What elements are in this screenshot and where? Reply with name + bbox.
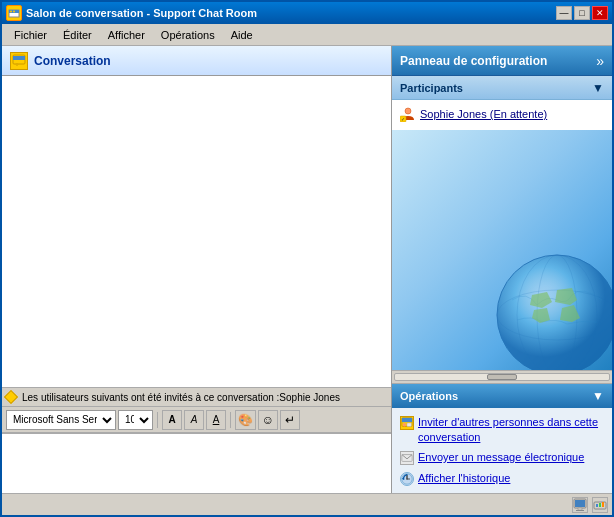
chat-area[interactable] <box>2 76 391 387</box>
svg-rect-24 <box>576 510 584 511</box>
message-input[interactable] <box>2 434 391 493</box>
bottom-status-bar <box>2 493 612 515</box>
main-content: Conversation Les utilisateurs suivants o… <box>2 46 612 493</box>
send-button[interactable]: ↵ <box>280 410 300 430</box>
left-panel: Conversation Les utilisateurs suivants o… <box>2 46 392 493</box>
menu-aide[interactable]: Aide <box>223 27 261 43</box>
underline-button[interactable]: A <box>206 410 226 430</box>
svg-rect-23 <box>578 508 582 510</box>
menu-afficher[interactable]: Afficher <box>100 27 153 43</box>
svg-rect-28 <box>602 502 604 507</box>
status-diamond-icon <box>4 390 18 404</box>
main-window: Salon de conversation - Support Chat Roo… <box>0 0 614 517</box>
font-select[interactable]: Microsoft Sans Serif <box>6 410 116 430</box>
invite-icon <box>400 416 414 430</box>
operations-title: Opérations <box>400 390 592 402</box>
operations-header: Opérations ▼ <box>392 384 612 408</box>
control-panel-header: Panneau de configuration » <box>392 46 612 76</box>
invite-operation-label: Inviter d'autres personnes dans cette co… <box>418 415 604 444</box>
globe-image <box>492 250 612 370</box>
operations-list: Inviter d'autres personnes dans cette co… <box>392 408 612 493</box>
maximize-button[interactable]: □ <box>574 6 590 20</box>
toolbar-separator-1 <box>157 412 158 428</box>
status-message: Les utilisateurs suivants ont été invité… <box>22 392 340 403</box>
email-icon <box>400 451 414 465</box>
participants-list: ✓ Sophie Jones (En attente) <box>392 100 612 130</box>
window-title: Salon de conversation - Support Chat Roo… <box>26 7 556 19</box>
window-controls: — □ ✕ <box>556 6 608 20</box>
svg-rect-17 <box>407 423 411 426</box>
svg-point-10 <box>497 255 612 370</box>
participant-avatar: ✓ <box>400 106 416 122</box>
participants-title: Participants <box>400 82 592 94</box>
italic-button[interactable]: A <box>184 410 204 430</box>
svg-rect-27 <box>599 503 601 507</box>
svg-point-7 <box>405 108 411 114</box>
scrollbar-track <box>394 373 610 381</box>
status-bar: Les utilisateurs suivants ont été invité… <box>2 387 391 407</box>
bold-button[interactable]: A <box>162 410 182 430</box>
operations-section: Opérations ▼ Inviter d'au <box>392 384 612 493</box>
network-status-icon <box>592 497 608 513</box>
participants-collapse-icon[interactable]: ▼ <box>592 81 604 95</box>
svg-marker-6 <box>16 64 18 66</box>
right-panel-scrollbar[interactable] <box>392 370 612 384</box>
list-item[interactable]: Envoyer un message électronique <box>396 447 608 468</box>
conversation-title: Conversation <box>34 54 111 68</box>
globe-area <box>392 130 612 370</box>
history-operation-label: Afficher l'historique <box>418 471 510 485</box>
monitor-status-icon <box>572 497 588 513</box>
emoticon-button[interactable]: ☺ <box>258 410 278 430</box>
menu-fichier[interactable]: Fichier <box>6 27 55 43</box>
svg-text:✓: ✓ <box>401 116 405 122</box>
right-panel: Panneau de configuration » Participants … <box>392 46 612 493</box>
control-panel-title: Panneau de configuration <box>400 54 596 68</box>
input-area[interactable] <box>2 433 391 493</box>
operations-collapse-icon[interactable]: ▼ <box>592 389 604 403</box>
menu-operations[interactable]: Opérations <box>153 27 223 43</box>
svg-point-3 <box>13 11 15 13</box>
formatting-toolbar: Microsoft Sans Serif 10 A A A 🎨 ☺ ↵ <box>2 407 391 433</box>
menu-editer[interactable]: Éditer <box>55 27 100 43</box>
history-icon <box>400 472 414 486</box>
svg-point-16 <box>403 423 406 426</box>
control-panel-collapse[interactable]: » <box>596 53 604 69</box>
window-icon <box>6 5 22 21</box>
scrollbar-thumb[interactable] <box>487 374 517 380</box>
list-item[interactable]: Inviter d'autres personnes dans cette co… <box>396 412 608 447</box>
svg-rect-22 <box>575 500 585 507</box>
conversation-icon <box>10 52 28 70</box>
minimize-button[interactable]: — <box>556 6 572 20</box>
svg-point-2 <box>10 11 12 13</box>
color-button[interactable]: 🎨 <box>235 410 256 430</box>
email-operation-label: Envoyer un message électronique <box>418 450 584 464</box>
list-item: ✓ Sophie Jones (En attente) <box>396 104 608 124</box>
participants-header: Participants ▼ <box>392 76 612 100</box>
svg-rect-15 <box>402 418 412 422</box>
title-bar: Salon de conversation - Support Chat Roo… <box>2 2 612 24</box>
close-button[interactable]: ✕ <box>592 6 608 20</box>
svg-rect-26 <box>596 504 598 507</box>
participant-name[interactable]: Sophie Jones (En attente) <box>420 108 547 120</box>
toolbar-separator-2 <box>230 412 231 428</box>
size-select[interactable]: 10 <box>118 410 153 430</box>
conversation-header: Conversation <box>2 46 391 76</box>
list-item[interactable]: Afficher l'historique <box>396 468 608 489</box>
participants-section: Participants ▼ ✓ Sophie Jo <box>392 76 612 130</box>
menu-bar: Fichier Éditer Afficher Opérations Aide <box>2 24 612 46</box>
svg-rect-5 <box>13 56 25 60</box>
